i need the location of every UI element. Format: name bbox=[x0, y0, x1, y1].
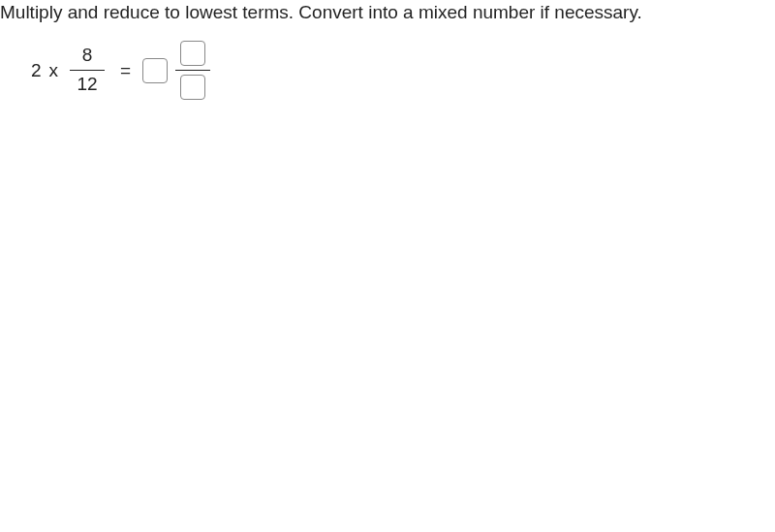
left-whole-number: 2 bbox=[31, 60, 42, 81]
answer-denominator-input[interactable] bbox=[180, 75, 205, 100]
multiply-sign: x bbox=[49, 60, 59, 81]
answer-fraction-bar bbox=[175, 70, 210, 71]
answer-fraction bbox=[175, 41, 210, 100]
left-fraction-numerator: 8 bbox=[82, 44, 93, 68]
answer-numerator-input[interactable] bbox=[180, 41, 205, 66]
left-fraction-denominator: 12 bbox=[78, 73, 98, 97]
left-fraction: 8 12 bbox=[70, 44, 105, 96]
answer-mixed-number bbox=[142, 41, 210, 100]
instruction-text: Multiply and reduce to lowest terms. Con… bbox=[0, 0, 775, 23]
equals-sign: = bbox=[120, 60, 131, 81]
left-fraction-bar bbox=[70, 70, 105, 71]
answer-whole-input[interactable] bbox=[142, 58, 168, 83]
answer-whole-container bbox=[142, 58, 168, 83]
equation: 2 x 8 12 = bbox=[31, 41, 775, 100]
